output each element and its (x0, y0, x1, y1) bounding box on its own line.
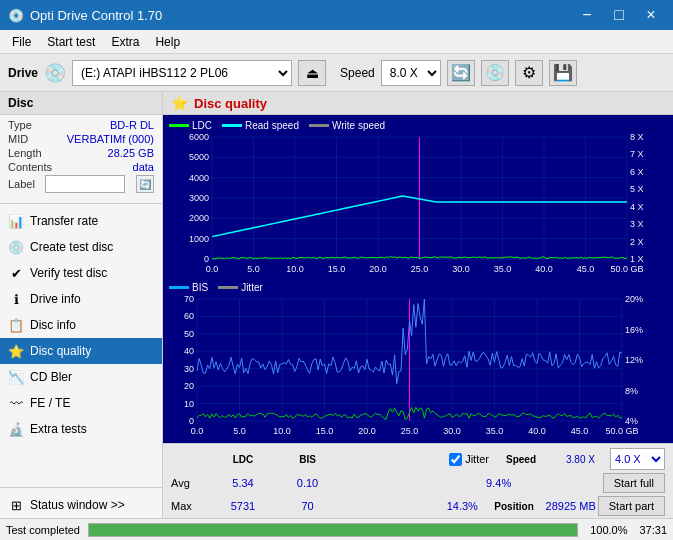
sidebar-item-label-drive-info: Drive info (30, 292, 81, 306)
disc-label-input[interactable] (45, 175, 125, 193)
title-bar: 💿 Opti Drive Control 1.70 − □ × (0, 0, 673, 30)
jitter-checkbox-label: Jitter (449, 453, 489, 466)
disc-label-key: Label (8, 178, 35, 190)
settings-button[interactable]: ⚙ (515, 60, 543, 86)
transfer-rate-icon: 📊 (8, 213, 24, 229)
status-bar: Test completed 100.0% 37:31 (0, 518, 673, 540)
disc-mid-key: MID (8, 133, 28, 145)
stats-speed-val: 3.80 X (553, 454, 608, 465)
disc-type-row: Type BD-R DL (8, 119, 154, 131)
drive-icon: 💿 (44, 62, 66, 84)
disc-type-key: Type (8, 119, 32, 131)
main-content: Disc Type BD-R DL MID VERBATIMf (000) Le… (0, 92, 673, 518)
stats-avg-row: Avg 5.34 0.10 9.4% Start full (171, 473, 665, 493)
create-test-disc-icon: 💿 (8, 239, 24, 255)
close-button[interactable]: × (637, 3, 665, 27)
chart2-legend: BIS Jitter (167, 281, 669, 294)
sidebar-item-label-create-test-disc: Create test disc (30, 240, 113, 254)
sidebar-item-status-window[interactable]: ⊞ Status window >> (0, 492, 162, 518)
drive-select[interactable]: (E:) ATAPI iHBS112 2 PL06 (72, 60, 292, 86)
sidebar-item-disc-quality[interactable]: ⭐ Disc quality (0, 338, 162, 364)
disc-info-icon: 📋 (8, 317, 24, 333)
sidebar: Disc Type BD-R DL MID VERBATIMf (000) Le… (0, 92, 163, 518)
menu-bar: File Start test Extra Help (0, 30, 673, 54)
label-icon-button[interactable]: 🔄 (136, 175, 154, 193)
sidebar-item-label-fe-te: FE / TE (30, 396, 70, 410)
disc-contents-val: data (133, 161, 154, 173)
panel-header: ⭐ Disc quality (163, 92, 673, 115)
sidebar-item-label-disc-quality: Disc quality (30, 344, 91, 358)
stats-max-jitter: 14.3% (432, 500, 492, 512)
start-full-button[interactable]: Start full (603, 473, 665, 493)
menu-start-test[interactable]: Start test (39, 33, 103, 51)
disc-label-row: Label 🔄 (8, 175, 154, 193)
start-part-button[interactable]: Start part (598, 496, 665, 516)
fe-te-icon: 〰 (8, 395, 24, 411)
jitter-checkbox[interactable] (449, 453, 462, 466)
right-panel: ⭐ Disc quality LDC Read speed (163, 92, 673, 518)
drive-info-icon: ℹ (8, 291, 24, 307)
save-button[interactable]: 💾 (549, 60, 577, 86)
stats-avg-label: Avg (171, 477, 206, 489)
sidebar-divider (0, 203, 162, 204)
eject-button[interactable]: ⏏ (298, 60, 326, 86)
menu-help[interactable]: Help (147, 33, 188, 51)
disc-contents-key: Contents (8, 161, 52, 173)
disc-button[interactable]: 💿 (481, 60, 509, 86)
speed-label: Speed (340, 66, 375, 80)
sidebar-item-label-transfer-rate: Transfer rate (30, 214, 98, 228)
jitter-label: Jitter (465, 453, 489, 465)
status-window-icon: ⊞ (8, 497, 24, 513)
stats-max-ldc: 5731 (208, 500, 278, 512)
stats-avg-jitter: 9.4% (469, 477, 529, 489)
panel-title: Disc quality (194, 96, 267, 111)
sidebar-item-extra-tests[interactable]: 🔬 Extra tests (0, 416, 162, 442)
minimize-button[interactable]: − (573, 3, 601, 27)
sidebar-item-label-extra-tests: Extra tests (30, 422, 87, 436)
sidebar-item-cd-bler[interactable]: 📉 CD Bler (0, 364, 162, 390)
disc-quality-icon: ⭐ (8, 343, 24, 359)
title-bar-left: 💿 Opti Drive Control 1.70 (8, 8, 162, 23)
disc-mid-row: MID VERBATIMf (000) (8, 133, 154, 145)
stats-speed-dropdown[interactable]: 4.0 X (610, 448, 665, 470)
maximize-button[interactable]: □ (605, 3, 633, 27)
disc-info: Type BD-R DL MID VERBATIMf (000) Length … (0, 115, 162, 199)
app-icon: 💿 (8, 8, 24, 23)
stats-bis-header: BIS (280, 454, 335, 465)
progress-bar-fill (89, 524, 577, 536)
disc-length-key: Length (8, 147, 42, 159)
legend-bis: BIS (169, 282, 208, 293)
stats-max-bis: 70 (280, 500, 335, 512)
stats-bar: LDC BIS Jitter Speed 3.80 X 4.0 X Avg 5.… (163, 443, 673, 518)
sidebar-item-label-disc-info: Disc info (30, 318, 76, 332)
drive-bar: Drive 💿 (E:) ATAPI iHBS112 2 PL06 ⏏ Spee… (0, 54, 673, 92)
stats-max-row: Max 5731 70 14.3% Position 28925 MB Star… (171, 496, 665, 516)
refresh-button[interactable]: 🔄 (447, 60, 475, 86)
progress-bar-container (88, 523, 578, 537)
extra-tests-icon: 🔬 (8, 421, 24, 437)
chart1-container: LDC Read speed Write speed (167, 119, 669, 277)
sidebar-item-label-cd-bler: CD Bler (30, 370, 72, 384)
menu-file[interactable]: File (4, 33, 39, 51)
stats-max-position: 28925 MB (536, 500, 596, 512)
chart1-canvas (167, 132, 667, 277)
chart2-container: BIS Jitter (167, 281, 669, 439)
speed-select[interactable]: 8.0 X (381, 60, 441, 86)
chart1-legend: LDC Read speed Write speed (167, 119, 669, 132)
title-bar-controls: − □ × (573, 3, 665, 27)
stats-ldc-header: LDC (208, 454, 278, 465)
sidebar-item-disc-info[interactable]: 📋 Disc info (0, 312, 162, 338)
sidebar-item-verify-test-disc[interactable]: ✔ Verify test disc (0, 260, 162, 286)
sidebar-item-label-status-window: Status window >> (30, 498, 125, 512)
sidebar-item-fe-te[interactable]: 〰 FE / TE (0, 390, 162, 416)
sidebar-item-create-test-disc[interactable]: 💿 Create test disc (0, 234, 162, 260)
disc-type-val: BD-R DL (110, 119, 154, 131)
sidebar-item-transfer-rate[interactable]: 📊 Transfer rate (0, 208, 162, 234)
disc-length-row: Length 28.25 GB (8, 147, 154, 159)
progress-pct: 100.0% (590, 524, 627, 536)
status-time: 37:31 (639, 524, 667, 536)
sidebar-item-drive-info[interactable]: ℹ Drive info (0, 286, 162, 312)
stats-max-label: Max (171, 500, 206, 512)
menu-extra[interactable]: Extra (103, 33, 147, 51)
cd-bler-icon: 📉 (8, 369, 24, 385)
